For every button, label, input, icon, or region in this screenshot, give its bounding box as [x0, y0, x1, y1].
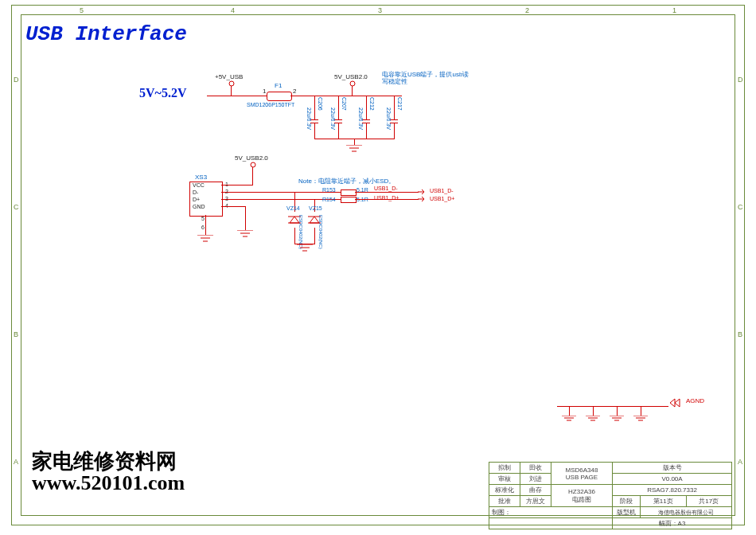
- tb-draw: 制图：: [489, 507, 613, 518]
- svg-point-1: [350, 81, 355, 86]
- tb-r2c2: 刘进: [520, 474, 551, 485]
- wire: [314, 123, 315, 139]
- grid-top-5: 5: [80, 6, 84, 14]
- wire: [593, 406, 594, 416]
- tb-r2c1: 审核: [489, 474, 520, 485]
- power-arrow-icon: [349, 80, 357, 88]
- c206-ref: C206: [318, 97, 323, 111]
- ground-icon: [610, 416, 624, 424]
- grid-side-d-r: D: [738, 76, 743, 84]
- f1-ref: F1: [275, 82, 282, 89]
- xs3-pin-gnd: GND: [193, 204, 205, 209]
- tb-size: 幅面：A3: [613, 518, 732, 529]
- c212-val: 22u/6.3V: [358, 107, 364, 130]
- net-usb1-dm: USB1_D-: [374, 185, 398, 191]
- c212-ref: C212: [369, 97, 375, 111]
- grid-side-a: A: [14, 458, 18, 466]
- wire: [221, 185, 253, 185]
- inner-border: [21, 14, 735, 516]
- port-arrow-icon: [668, 398, 684, 408]
- xs3-ref: XS3: [195, 174, 207, 181]
- tb-proj1: MSD6A348USB PAGE: [551, 463, 613, 485]
- power-arrow-icon: [249, 161, 257, 169]
- r154-ref: R154: [322, 197, 336, 202]
- ground-icon: [562, 416, 576, 424]
- watermark-url: www.520101.com: [32, 471, 185, 495]
- fuse-f1: [267, 92, 292, 101]
- c206-val: 22u/6.3V: [306, 107, 312, 130]
- pin-6b: 6: [201, 225, 205, 230]
- wire: [205, 215, 206, 235]
- tb-stage-h: 阶段: [613, 496, 641, 507]
- cap-note: 电容靠近USB端子，提供usb读写稳定性: [382, 72, 470, 86]
- port-usb1-dm: USB1_D-: [430, 188, 454, 193]
- ground-icon: [633, 416, 648, 424]
- wire: [338, 123, 339, 139]
- tb-ver-h: 版本号: [613, 463, 732, 474]
- wire: [252, 167, 253, 185]
- c207-val: 22u/6.3V: [330, 107, 336, 130]
- ground-icon: [586, 416, 600, 424]
- wire: [366, 123, 367, 139]
- grid-top-2: 2: [525, 6, 529, 14]
- net-agnd: AGND: [686, 397, 704, 404]
- svg-point-2: [251, 162, 255, 167]
- wire: [221, 206, 245, 207]
- ground-icon: [346, 145, 362, 154]
- wire: [207, 96, 267, 96]
- wire: [352, 86, 353, 96]
- grid-top-4: 4: [231, 6, 235, 14]
- wire: [617, 406, 618, 416]
- tb-ver: V0.00A: [613, 474, 732, 485]
- xs3-pin-dp: D+: [193, 197, 200, 202]
- wire: [245, 206, 246, 230]
- esd-note: Note：电阻靠近端子，减小ESD。: [298, 177, 395, 185]
- tb-model-h: 版型机: [613, 507, 641, 518]
- net-usb1-dp: USB1_D+: [374, 195, 399, 201]
- c217-val: 22u/6.3V: [386, 107, 392, 130]
- vz15-val: ESDC0402(NC): [318, 215, 323, 249]
- wire: [355, 192, 419, 193]
- port-arrow-icon: [418, 196, 429, 202]
- tb-r1c1: 拟制: [489, 463, 520, 474]
- r153: [341, 189, 357, 196]
- svg-point-0: [229, 81, 234, 86]
- pin-5b: 5: [201, 216, 205, 221]
- wire: [569, 406, 570, 416]
- wire: [557, 406, 668, 407]
- r154: [341, 197, 357, 203]
- tb-pages: 共17页: [686, 496, 732, 507]
- vz14-ref: VZ14: [286, 205, 300, 211]
- grid-top-3: 3: [378, 6, 382, 14]
- wire: [354, 139, 355, 145]
- xs3-pin-vcc: VCC: [193, 182, 205, 188]
- wire: [290, 96, 402, 96]
- power-arrow-icon: [228, 80, 236, 88]
- f1-val: SMD1206P150TFT: [247, 102, 294, 107]
- c207-ref: C207: [341, 97, 347, 111]
- r153-ref: R153: [322, 187, 336, 193]
- tb-r3c1: 标准化: [489, 485, 520, 496]
- wire: [394, 96, 395, 119]
- wire: [338, 96, 339, 119]
- tb-r1c2: 田收: [520, 463, 551, 474]
- page-title: USB Interface: [25, 22, 187, 46]
- tb-page: 第11页: [641, 496, 687, 507]
- ground-icon: [197, 235, 213, 244]
- grid-side-b-r: B: [738, 330, 742, 338]
- wire: [366, 96, 367, 119]
- port-usb1-dp: USB1_D+: [430, 196, 454, 201]
- tb-doc: RSAG7.820.7332: [613, 485, 732, 496]
- tb-r3c2: 曲存: [520, 485, 551, 496]
- title-block: 拟制田收 MSD6A348USB PAGE 版本号 审核刘进 V0.00A 标准…: [489, 462, 732, 529]
- xs3-pin-dm: D-: [193, 189, 198, 195]
- tb-r4c2: 方恩文: [520, 496, 551, 507]
- tb-proj3: HZ32A36电路图: [551, 485, 613, 507]
- vz15-ref: VZ15: [309, 205, 322, 211]
- wire: [314, 228, 315, 244]
- wire: [231, 86, 232, 96]
- grid-side-c: C: [14, 203, 19, 211]
- port-arrow-icon: [418, 189, 429, 195]
- grid-top-1: 1: [672, 6, 676, 14]
- grid-side-a-r: A: [738, 458, 742, 466]
